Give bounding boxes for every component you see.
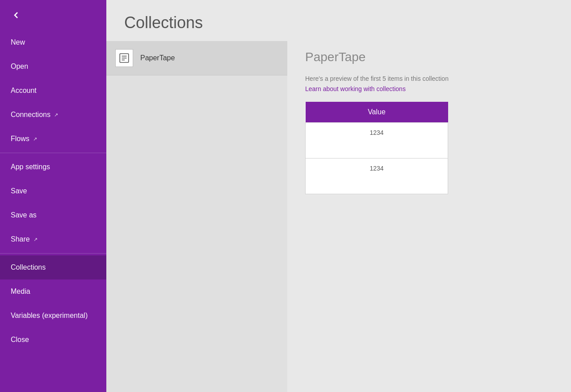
sidebar-item-label-save: Save: [11, 187, 27, 195]
table-header-value: Value: [306, 102, 448, 123]
sidebar: NewOpenAccountConnections↗Flows↗App sett…: [0, 0, 106, 392]
table-row: 1234: [306, 123, 448, 158]
sidebar-item-app-settings[interactable]: App settings: [0, 155, 106, 179]
sidebar-item-account[interactable]: Account: [0, 79, 106, 103]
main-header: Collections: [106, 0, 571, 41]
external-link-icon: ↗: [54, 112, 58, 118]
collection-icon: [115, 49, 133, 67]
sidebar-item-flows[interactable]: Flows↗: [0, 127, 106, 151]
learn-more-link[interactable]: Learn about working with collections: [305, 85, 406, 92]
sidebar-item-media[interactable]: Media: [0, 279, 106, 304]
sidebar-item-open[interactable]: Open: [0, 54, 106, 79]
back-button[interactable]: [0, 0, 106, 30]
sidebar-item-close[interactable]: Close: [0, 328, 106, 352]
sidebar-item-save-as[interactable]: Save as: [0, 203, 106, 227]
table-cell-value: 1234: [306, 158, 448, 194]
sidebar-item-label-new: New: [11, 38, 25, 46]
sidebar-item-label-flows: Flows: [11, 135, 29, 143]
sidebar-item-variables[interactable]: Variables (experimental): [0, 304, 106, 328]
sidebar-item-label-save-as: Save as: [11, 211, 37, 219]
sidebar-item-label-app-settings: App settings: [11, 163, 50, 171]
sidebar-item-label-account: Account: [11, 87, 37, 95]
table-cell-value: 1234: [306, 123, 448, 158]
sidebar-item-share[interactable]: Share↗: [0, 227, 106, 251]
sidebar-item-collections[interactable]: Collections: [0, 255, 106, 279]
sidebar-item-connections[interactable]: Connections↗: [0, 103, 106, 127]
sidebar-item-label-close: Close: [11, 336, 29, 344]
sidebar-item-label-share: Share: [11, 235, 30, 243]
preview-panel: PaperTape Here's a preview of the first …: [287, 41, 571, 392]
preview-title: PaperTape: [305, 50, 553, 64]
page-title: Collections: [124, 13, 553, 32]
external-link-icon: ↗: [33, 136, 37, 142]
main-content: Collections PaperTape PaperTape Here's a…: [106, 0, 571, 392]
collection-name: PaperTape: [140, 54, 175, 62]
back-arrow-icon: [11, 10, 21, 21]
sidebar-item-label-open: Open: [11, 63, 28, 71]
sidebar-item-label-variables: Variables (experimental): [11, 312, 88, 320]
preview-description: Here's a preview of the first 5 items in…: [305, 75, 553, 82]
collections-list: PaperTape: [106, 41, 287, 392]
table-row: 1234: [306, 158, 448, 194]
collection-item[interactable]: PaperTape: [106, 41, 287, 75]
collection-file-icon: [118, 52, 130, 64]
preview-table: Value 12341234: [305, 102, 448, 194]
sidebar-item-save[interactable]: Save: [0, 179, 106, 203]
external-link-icon: ↗: [34, 237, 38, 242]
sidebar-item-new[interactable]: New: [0, 30, 106, 54]
sidebar-item-label-media: Media: [11, 288, 30, 296]
content-area: PaperTape PaperTape Here's a preview of …: [106, 41, 571, 392]
sidebar-item-label-connections: Connections: [11, 111, 50, 119]
sidebar-item-label-collections: Collections: [11, 263, 46, 271]
